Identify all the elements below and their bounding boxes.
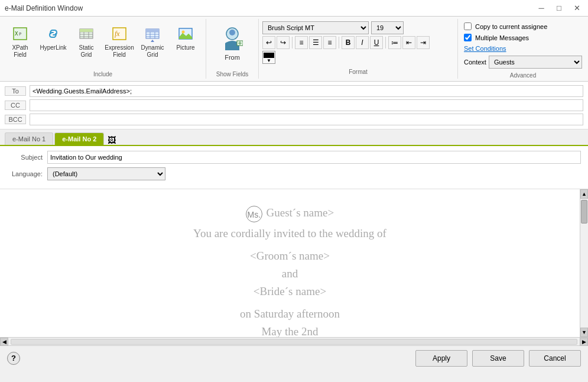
bold-button[interactable]: B [342,36,355,49]
color-swatch [264,53,274,58]
copy-to-assignee-checkbox[interactable] [464,22,472,30]
from-icon [222,24,243,53]
body-line-6: on Saturday afternoon [24,307,556,321]
tab-email-1[interactable]: e-Mail No 1 [5,132,53,145]
context-select[interactable]: Guests [489,56,582,69]
align-right-button[interactable]: ≡ [323,36,336,49]
save-button[interactable]: Save [472,350,524,367]
scrollbar-horizontal: ◀ ▶ [0,337,588,345]
scroll-track [580,199,588,328]
dynamic-grid-label: DynamicGrid [141,44,164,59]
cancel-button[interactable]: Cancel [529,350,581,367]
svg-point-21 [182,31,185,34]
minimize-button[interactable]: ─ [535,3,548,14]
maximize-button[interactable]: □ [553,3,566,14]
body-container: Ms. Guest´s name> You are cordially invi… [0,189,588,337]
expression-field-button[interactable]: fx ExpressionField [104,21,135,61]
svg-text:X: X [15,31,18,37]
show-fields-label: Show Fields [216,71,248,79]
include-buttons: X P XPathField HyperLink [5,19,201,71]
bottom-right: Apply Save Cancel [415,350,581,367]
copy-to-assignee-row: Copy to current assignee [464,22,582,30]
xpath-field-button[interactable]: X P XPathField [5,21,35,61]
hyperlink-label: HyperLink [40,44,66,51]
body-line-3: <Groom´s name> [24,250,556,263]
context-row: Context Guests [464,56,582,69]
dynamic-grid-button[interactable]: DynamicGrid [137,21,168,61]
hyperlink-button[interactable]: HyperLink [38,21,69,54]
from-button[interactable]: From [216,21,249,64]
hyperlink-icon [44,24,63,43]
help-button[interactable]: ? [7,352,20,365]
language-row: Language: (Default) [7,167,581,180]
guest-name: Guest´s name> [264,206,334,219]
format-row-3: ▼ [262,51,454,64]
indent-decrease-button[interactable]: ⇤ [402,36,415,49]
italic-button[interactable]: I [356,36,369,49]
tabs-row: e-Mail No 1 e-Mail No 2 🖼 [0,130,588,146]
svg-text:P: P [19,32,21,37]
static-grid-button[interactable]: StaticGrid [71,21,102,61]
static-grid-icon [77,24,96,43]
scrollbar-vertical[interactable]: ▲ ▼ [580,189,588,337]
subject-input[interactable] [47,151,581,164]
scroll-right-button[interactable]: ▶ [580,338,588,346]
apply-button[interactable]: Apply [415,350,467,367]
underline-button[interactable]: U [370,36,383,49]
svg-rect-18 [146,29,159,32]
cc-input[interactable] [30,99,583,111]
format-row-1: Brush Script MT 19 [262,21,454,34]
language-select[interactable]: (Default) [47,167,165,180]
scroll-left-button[interactable]: ◀ [0,338,8,346]
undo-button[interactable]: ↩ [262,36,275,49]
font-select[interactable]: Brush Script MT [262,21,369,34]
language-label: Language: [7,170,43,177]
cc-row: CC [0,98,588,112]
body-line-4: and [24,267,556,280]
bcc-label: BCC [5,115,26,124]
format-label: Format [262,69,454,76]
close-button[interactable]: ✕ [570,3,583,14]
recipients-section: To CC BCC [0,82,588,130]
svg-marker-19 [151,40,154,42]
multiple-messages-checkbox[interactable] [464,34,472,41]
tab-email-2[interactable]: e-Mail No 2 [54,132,104,145]
h-scroll-track[interactable] [11,339,577,345]
redo-button[interactable]: ↪ [277,36,290,49]
include-label: Include [93,71,112,79]
window-title: e-Mail Definition Window [5,4,83,12]
ribbon: X P XPathField HyperLink [0,17,588,82]
expression-label: ExpressionField [105,44,134,59]
divider-2 [339,37,339,48]
body-area[interactable]: Ms. Guest´s name> You are cordially invi… [0,189,580,337]
bcc-input[interactable] [30,114,583,125]
align-left-button[interactable]: ≡ [295,36,308,49]
bottom-left: ? [7,352,20,365]
bullet-list-button[interactable]: ≔ [388,36,401,49]
to-label: To [5,86,26,96]
include-group: X P XPathField HyperLink [0,19,206,79]
align-center-button[interactable]: ☰ [309,36,322,49]
scroll-down-button[interactable]: ▼ [580,328,588,337]
tab-icon[interactable]: 🖼 [108,135,116,145]
email-form: Subject Language: (Default) [0,146,588,189]
body-line-2: You are cordially invited to the wedding… [24,227,556,240]
svg-rect-9 [80,29,93,32]
indent-increase-button[interactable]: ⇥ [417,36,430,49]
scroll-thumb[interactable] [581,200,587,224]
picture-button[interactable]: Picture [170,21,201,54]
copy-to-assignee-label: Copy to current assignee [475,23,547,30]
to-input[interactable] [30,85,583,97]
static-grid-label: StaticGrid [79,44,93,59]
font-color-button[interactable]: ▼ [262,51,275,64]
set-conditions-link[interactable]: Set Conditions [464,45,506,52]
set-conditions-row: Set Conditions [464,45,582,52]
scroll-up-button[interactable]: ▲ [580,189,588,199]
picture-label: Picture [176,44,194,51]
from-content: From [216,19,249,71]
font-size-select[interactable]: 19 [371,21,404,34]
picture-icon [176,24,195,43]
main-content: To CC BCC e-Mail No 1 e-Mail No 2 🖼 Subj… [0,82,588,345]
xpath-label: XPathField [12,44,28,59]
context-label: Context [464,59,486,66]
